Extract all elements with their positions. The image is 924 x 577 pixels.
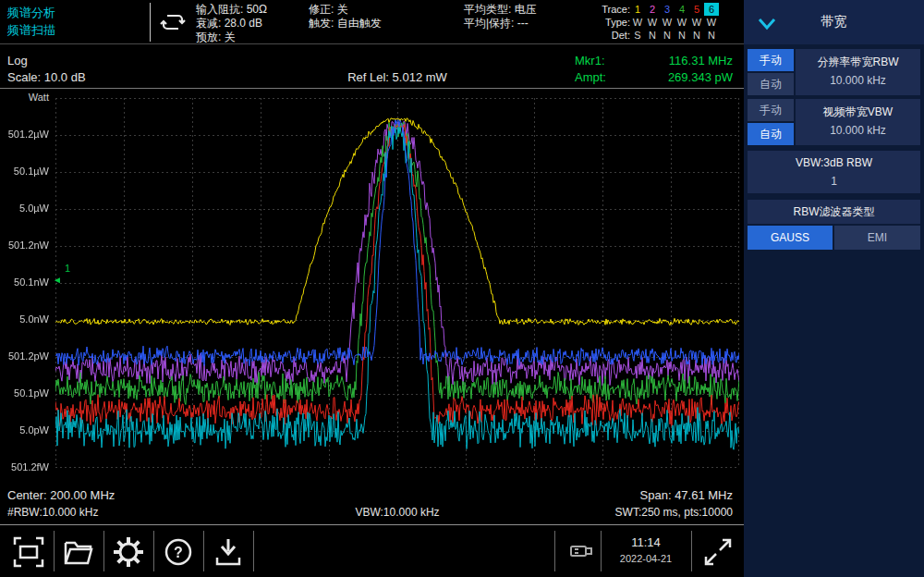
trace-number: 4 <box>675 3 689 16</box>
rbw-manual-button[interactable]: 手动 <box>748 49 794 71</box>
spectrum-display: Log Scale: 10.0 dB Ref Lel: 5.012 mW Mkr… <box>0 44 744 524</box>
divider <box>203 531 204 571</box>
divider <box>153 531 154 571</box>
attenuation-label: 衰减: 28.0 dB <box>196 17 262 31</box>
trace-number: 2 <box>645 3 660 16</box>
divider <box>150 3 151 42</box>
trace-type: W <box>675 16 689 29</box>
file-open-icon[interactable] <box>61 534 96 570</box>
y-axis-label: 501.2nW <box>1 239 49 252</box>
trace-number: 6 <box>704 3 719 16</box>
spectrum-canvas[interactable] <box>55 98 739 468</box>
correction-label: 修正: 关 <box>309 3 348 17</box>
clock-display: 11:14 2022-04-21 <box>602 531 689 571</box>
rbw-setting-card: 手动 自动 分辨率带宽RBW 10.000 kHz <box>748 49 920 95</box>
vbw-readout: VBW:10.000 kHz <box>277 506 517 520</box>
rbw-label: 分辨率带宽RBW <box>796 55 920 70</box>
log-mode-label: Log <box>7 54 28 68</box>
vbw-manual-button[interactable]: 手动 <box>748 99 794 121</box>
vbw-value-box[interactable]: 视频带宽VBW 10.000 kHz <box>796 99 920 145</box>
vbw-setting-card: 手动 自动 视频带宽VBW 10.000 kHz <box>748 99 920 145</box>
rbw-value-box[interactable]: 分辨率带宽RBW 10.000 kHz <box>796 49 920 95</box>
marker1-indicator[interactable]: 1 <box>65 263 70 274</box>
det-row: Det:SNNNNN <box>591 29 719 42</box>
bottom-toolbar: ? 11:14 2022-04-21 <box>0 524 744 577</box>
vbw-rbw-ratio-card[interactable]: VBW:3dB RBW 1 <box>748 151 920 193</box>
type-row-label: Type: <box>591 16 630 29</box>
fullscreen-icon[interactable] <box>700 534 736 570</box>
trace-type: W <box>660 16 675 29</box>
trace-row: Trace:123456 <box>591 3 719 16</box>
mode-title-line2[interactable]: 频谱扫描 <box>7 22 55 39</box>
ratio-label: VBW:3dB RBW <box>748 156 920 169</box>
panel-header: 带宽 <box>744 0 924 44</box>
trace-det: N <box>645 29 660 42</box>
filter-type-label-box: RBW滤波器类型 <box>748 200 920 224</box>
y-axis-label: 50.1nW <box>1 276 49 288</box>
divider <box>54 531 55 571</box>
vbw-auto-button[interactable]: 自动 <box>748 123 794 145</box>
continuous-sweep-icon[interactable] <box>159 10 187 34</box>
center-frequency-label: Center: 200.00 MHz <box>7 488 115 502</box>
trace-det: S <box>630 29 645 42</box>
marker-arrow-icon: ◄ <box>53 275 62 286</box>
y-axis-label: 50.1µW <box>1 166 49 178</box>
usb-device-icon <box>568 540 594 562</box>
trace-type: W <box>704 16 719 29</box>
trace-det: N <box>704 29 719 42</box>
y-axis-label: 5.0pW <box>1 424 49 436</box>
mode-title-line1[interactable]: 频谱分析 <box>7 5 55 21</box>
trace-type: W <box>630 16 645 29</box>
y-axis-label: 501.2pW <box>1 350 49 362</box>
trace-det: N <box>660 29 675 42</box>
y-axis-label: 50.1pW <box>1 387 49 399</box>
scale-label: Scale: 10.0 dB <box>7 70 86 85</box>
svg-text:?: ? <box>174 545 183 560</box>
help-icon[interactable]: ? <box>161 534 196 570</box>
det-row-label: Det: <box>591 29 630 42</box>
panel-title: 带宽 <box>744 14 924 31</box>
y-axis-label: 5.0nW <box>1 313 49 325</box>
divider <box>103 531 104 571</box>
trace-det: N <box>689 29 704 42</box>
y-axis-label: 501.2µW <box>1 129 49 141</box>
divider <box>691 531 692 571</box>
trace-number: 1 <box>630 3 645 16</box>
trace-number: 5 <box>689 3 704 16</box>
sweep-time-readout: SWT:250 ms, pts:10000 <box>615 506 733 520</box>
spectrum-analyzer-screen: 频谱分析 频谱扫描 输入阻抗: 50Ω 衰减: 28.0 dB 预放: 关 修正… <box>0 0 924 577</box>
rbw-filter-type-card: RBW滤波器类型 GAUSS EMI <box>748 200 920 250</box>
y-axis-label: 501.2fW <box>1 461 49 473</box>
trace-status-table: Trace:123456 Type:WWWWWW Det:SNNNNN <box>591 3 719 42</box>
marker1-amplitude-label: Ampt: <box>575 70 606 85</box>
vbw-value: 10.000 kHz <box>796 124 920 137</box>
input-impedance-label: 输入阻抗: 50Ω <box>196 3 267 17</box>
y-axis-unit: Watt <box>1 92 49 104</box>
divider <box>0 88 744 89</box>
trace-row-label: Trace: <box>591 3 630 16</box>
span-label: Span: 47.61 MHz <box>640 488 733 502</box>
time-text: 11:14 <box>602 534 689 552</box>
screenshot-icon[interactable] <box>11 534 46 570</box>
preamp-label: 预放: 关 <box>196 31 236 44</box>
trace-type: W <box>645 16 660 29</box>
save-icon[interactable] <box>211 534 246 570</box>
rbw-auto-button[interactable]: 自动 <box>748 73 794 95</box>
filter-gauss-button[interactable]: GAUSS <box>748 226 833 250</box>
filter-emi-button[interactable]: EMI <box>834 226 920 250</box>
bandwidth-menu-panel: 带宽 手动 自动 分辨率带宽RBW 10.000 kHz 手动 自动 视频带宽V… <box>744 0 924 577</box>
divider <box>253 531 254 571</box>
filter-type-label: RBW滤波器类型 <box>748 200 920 224</box>
marker1-amplitude: 269.343 pW <box>668 70 733 85</box>
average-hold-label: 平均|保持: --- <box>464 17 529 31</box>
marker1-label: Mkr1: <box>575 54 605 68</box>
divider <box>554 531 555 571</box>
ref-level-label: Ref Lel: 5.012 mW <box>277 70 517 85</box>
y-axis-label: 5.0µW <box>1 203 49 215</box>
vbw-label: 视频带宽VBW <box>796 104 920 120</box>
trace-det: N <box>675 29 689 42</box>
settings-gear-icon[interactable] <box>111 534 146 570</box>
marker1-frequency: 116.31 MHz <box>669 54 733 68</box>
rbw-value: 10.000 kHz <box>796 74 920 87</box>
ratio-value: 1 <box>748 175 920 188</box>
